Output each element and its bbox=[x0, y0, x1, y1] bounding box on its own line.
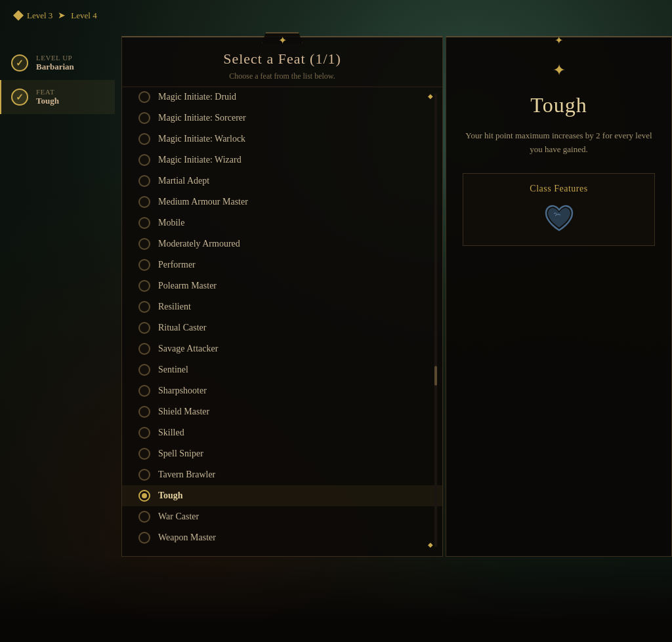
feat-panel: ✦ Select a Feat (1/1) Choose a feat from… bbox=[121, 36, 443, 557]
feat-item-name: Magic Initiate: Druid bbox=[158, 92, 236, 102]
feat-item-name: Tavern Brawler bbox=[158, 470, 215, 480]
sidebar-label-levelup: Level Up bbox=[36, 54, 74, 62]
feat-item-name: Martial Adept bbox=[158, 176, 209, 186]
class-features-box: Class Features bbox=[463, 173, 655, 246]
feat-radio-btn bbox=[138, 301, 150, 313]
left-sidebar: ✓ Level Up Barbarian ✓ Feat Tough bbox=[0, 39, 115, 121]
scrollbar-thumb[interactable] bbox=[434, 366, 437, 386]
checkmark-levelup: ✓ bbox=[16, 58, 24, 69]
feat-radio-btn bbox=[138, 490, 150, 502]
detail-icon-area: ✦ bbox=[546, 57, 572, 83]
feat-item-name: Skilled bbox=[158, 428, 184, 438]
feat-list-item[interactable]: Polearm Master bbox=[122, 275, 442, 296]
feat-list-item[interactable]: Mobile bbox=[122, 212, 442, 233]
feat-panel-subtitle: Choose a feat from the list below. bbox=[135, 71, 429, 81]
feat-list-container: Lightly ArmouredLuckyMage SlayerMagic In… bbox=[122, 87, 442, 553]
feat-radio-btn bbox=[138, 385, 150, 397]
feat-list-item[interactable]: Sharpshooter bbox=[122, 380, 442, 401]
feat-list-item[interactable]: Magic Initiate: Warlock bbox=[122, 129, 442, 150]
scrollbar-track: ◆ ◆ bbox=[434, 94, 437, 547]
sidebar-label-feat: Feat bbox=[36, 88, 59, 96]
feat-list-item[interactable]: Performer bbox=[122, 254, 442, 275]
feat-item-name: Medium Armour Master bbox=[158, 197, 248, 207]
detail-ornament: ✦ bbox=[555, 34, 563, 47]
feat-list[interactable]: Lightly ArmouredLuckyMage SlayerMagic In… bbox=[122, 87, 442, 553]
feat-radio-btn bbox=[138, 112, 150, 124]
gem-icon bbox=[13, 10, 24, 21]
sidebar-check-feat: ✓ bbox=[11, 89, 28, 106]
feat-list-item[interactable]: Sentinel bbox=[122, 359, 442, 380]
feat-radio-btn bbox=[138, 343, 150, 355]
feat-item-name: Sentinel bbox=[158, 365, 188, 375]
feat-item-name: War Caster bbox=[158, 512, 199, 522]
class-features-title: Class Features bbox=[473, 184, 644, 194]
feat-list-item[interactable]: Tough bbox=[122, 485, 442, 506]
level4-badge[interactable]: Level 4 bbox=[71, 10, 96, 21]
sidebar-text-levelup: Level Up Barbarian bbox=[36, 54, 74, 72]
feat-radio-btn bbox=[138, 175, 150, 187]
scroll-arrow-top: ◆ bbox=[428, 92, 433, 100]
feat-radio-btn bbox=[138, 133, 150, 145]
feat-list-item[interactable]: Resilient bbox=[122, 296, 442, 317]
feat-item-name: Magic Initiate: Wizard bbox=[158, 155, 242, 165]
feat-item-name: Moderately Armoured bbox=[158, 239, 240, 249]
feat-radio-btn bbox=[138, 280, 150, 292]
feat-item-name: Mobile bbox=[158, 218, 184, 228]
feat-item-name: Shield Master bbox=[158, 407, 209, 417]
sidebar-item-feat[interactable]: ✓ Feat Tough bbox=[0, 80, 115, 114]
feat-list-item[interactable]: Medium Armour Master bbox=[122, 191, 442, 212]
sidebar-text-feat: Feat Tough bbox=[36, 88, 59, 106]
feat-radio-btn bbox=[138, 196, 150, 208]
sidebar-value-feat: Tough bbox=[36, 96, 59, 106]
feat-list-item[interactable]: Savage Attacker bbox=[122, 338, 442, 359]
feat-radio-btn bbox=[138, 238, 150, 250]
feat-radio-btn bbox=[138, 427, 150, 439]
feat-list-item[interactable]: Magic Initiate: Druid bbox=[122, 87, 442, 108]
feat-item-name: Magic Initiate: Warlock bbox=[158, 134, 245, 144]
feat-item-name: Magic Initiate: Sorcerer bbox=[158, 113, 246, 123]
feat-radio-btn bbox=[138, 511, 150, 523]
feat-list-item[interactable]: War Caster bbox=[122, 506, 442, 527]
feat-item-name: Tough bbox=[158, 491, 183, 501]
feat-list-item[interactable]: Shield Master bbox=[122, 401, 442, 422]
feat-item-name: Performer bbox=[158, 260, 196, 270]
feat-item-name: Ritual Caster bbox=[158, 323, 207, 333]
feat-item-name: Sharpshooter bbox=[158, 386, 207, 396]
feat-list-item[interactable]: Spell Sniper bbox=[122, 443, 442, 464]
panel-ornament: ✦ bbox=[278, 34, 287, 47]
scroll-arrow-bottom: ◆ bbox=[428, 541, 433, 548]
feat-panel-title: Select a Feat (1/1) bbox=[135, 50, 429, 68]
feat-list-item[interactable]: Skilled bbox=[122, 422, 442, 443]
feat-radio-btn bbox=[138, 448, 150, 460]
sidebar-value-levelup: Barbarian bbox=[36, 62, 74, 72]
detail-feat-name: Tough bbox=[530, 93, 587, 117]
feat-radio-btn bbox=[138, 91, 150, 103]
bottom-scene bbox=[0, 557, 672, 642]
level4-label: Level 4 bbox=[71, 10, 96, 21]
detail-panel: ✦ ✦ Tough Your hit point maximum increas… bbox=[446, 36, 672, 557]
feat-list-item[interactable]: Moderately Armoured bbox=[122, 233, 442, 254]
arrow-icon: ➤ bbox=[58, 10, 66, 21]
feat-radio-btn bbox=[138, 406, 150, 418]
feat-radio-btn bbox=[138, 469, 150, 481]
detail-description: Your hit point maximum increases by 2 fo… bbox=[463, 129, 655, 157]
feat-item-name: Resilient bbox=[158, 302, 191, 312]
feat-list-item[interactable]: Martial Adept bbox=[122, 171, 442, 191]
feat-item-name: Polearm Master bbox=[158, 281, 217, 291]
sidebar-check-levelup: ✓ bbox=[11, 54, 28, 71]
feat-list-item[interactable]: Ritual Caster bbox=[122, 317, 442, 338]
level3-badge[interactable]: Level 3 bbox=[13, 10, 52, 21]
sidebar-item-levelup[interactable]: ✓ Level Up Barbarian bbox=[0, 46, 115, 80]
feat-list-item[interactable]: Tavern Brawler bbox=[122, 464, 442, 485]
feat-item-name: Weapon Master bbox=[158, 532, 216, 543]
feat-radio-btn bbox=[138, 364, 150, 376]
feat-list-item[interactable]: Magic Initiate: Wizard bbox=[122, 150, 442, 171]
feat-radio-btn bbox=[138, 532, 150, 544]
heart-icon bbox=[473, 204, 644, 235]
feat-item-name: Spell Sniper bbox=[158, 449, 203, 459]
feat-list-item[interactable]: Magic Initiate: Sorcerer bbox=[122, 108, 442, 129]
detail-sparkle-icon: ✦ bbox=[546, 57, 572, 83]
feat-radio-btn bbox=[138, 217, 150, 229]
feat-list-item[interactable]: Weapon Master bbox=[122, 527, 442, 548]
feat-radio-btn bbox=[138, 259, 150, 271]
